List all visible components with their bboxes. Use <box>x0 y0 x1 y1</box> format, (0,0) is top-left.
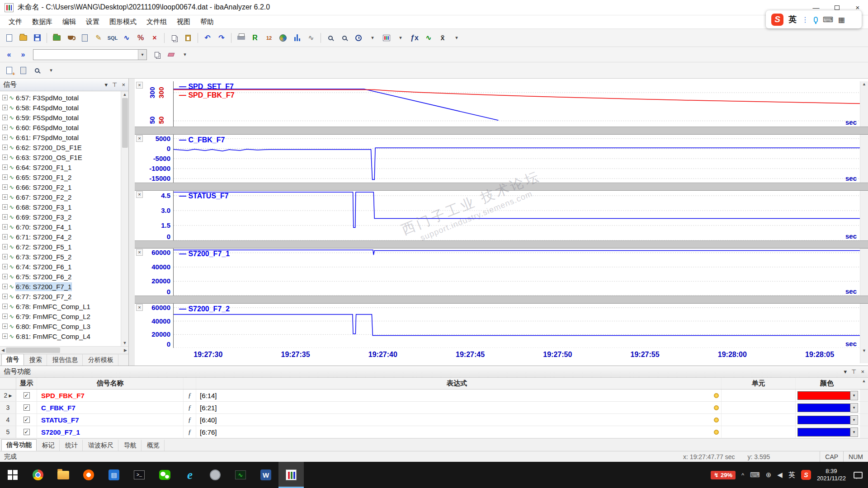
tree-item[interactable]: +∿6:59: F5SpdMo_total <box>2 113 128 122</box>
scroll-down-icon[interactable]: ▼ <box>123 341 127 345</box>
expression-cell[interactable]: [6:76] <box>196 426 722 438</box>
tree-item[interactable]: +∿6:57: F3SpdMo_total <box>2 93 128 103</box>
edit-signal-icon[interactable]: ✎ <box>92 32 105 44</box>
sql-query-icon[interactable]: SQL <box>106 32 119 44</box>
sogou-tray-icon[interactable]: S <box>801 470 811 480</box>
action-center-icon[interactable] <box>854 472 863 479</box>
taskbar-chrome-icon[interactable] <box>25 462 51 488</box>
scroll-right-icon[interactable]: ▶ <box>124 348 127 352</box>
panel-dropdown-icon[interactable]: ▾ <box>105 81 108 88</box>
tree-item[interactable]: +∿6:67: S7200_F2_2 <box>2 192 128 202</box>
panel-separator[interactable] <box>135 296 868 304</box>
erase-marker-icon[interactable] <box>164 48 178 61</box>
unit-cell[interactable] <box>722 389 796 401</box>
report-icon[interactable]: R <box>248 32 262 44</box>
signal-panel-tab[interactable]: 搜索 <box>24 354 47 366</box>
signal-wave-icon[interactable]: ∿ <box>120 32 133 44</box>
remove-signal-icon[interactable]: × <box>148 32 161 44</box>
unit-cell[interactable] <box>722 426 796 438</box>
expand-icon[interactable]: + <box>2 184 8 190</box>
new-view-icon[interactable]: + <box>2 64 16 77</box>
taskbar-app-gray-icon[interactable] <box>203 462 228 488</box>
expand-icon[interactable]: + <box>2 145 8 150</box>
fx-icon[interactable]: ƒ <box>184 402 196 413</box>
menu-item[interactable]: 文件 <box>4 16 27 28</box>
slider-wave-icon[interactable]: ∿ <box>304 32 318 44</box>
taskbar-terminal-icon[interactable]: >_ <box>127 462 152 488</box>
chart-scrollbar[interactable] <box>860 304 868 348</box>
panel-close-button[interactable]: × <box>136 135 143 142</box>
menu-item[interactable]: 编辑 <box>57 16 81 28</box>
pin-icon[interactable]: ⊤ <box>851 368 856 375</box>
taskbar-browser-orange-icon[interactable] <box>76 462 101 488</box>
taskbar-monitor-icon[interactable]: ∿ <box>228 462 253 488</box>
legend-item[interactable]: — SPD_SET_F7 <box>179 82 235 91</box>
color-swatch[interactable] <box>797 391 850 400</box>
pin-icon[interactable]: ⊤ <box>112 81 117 88</box>
zoom-out-icon[interactable] <box>324 32 337 44</box>
tree-item[interactable]: +∿6:64: S7200_F1_1 <box>2 162 128 172</box>
expand-icon[interactable]: + <box>2 244 8 249</box>
open-analysis-icon[interactable] <box>50 32 63 44</box>
panel-close-icon[interactable]: × <box>122 81 125 88</box>
ime-language-indicator[interactable]: 英 <box>788 14 797 25</box>
fx-icon[interactable]: ƒ <box>184 426 196 438</box>
fx-icon[interactable]: ƒ <box>184 389 196 401</box>
plot-speed[interactable]: — SPD_SET_F7— SPD_FBK_F7sec <box>173 81 860 127</box>
taskbar-ie-icon[interactable]: e <box>177 462 203 488</box>
open-file-icon[interactable] <box>16 32 30 44</box>
expand-icon[interactable]: + <box>2 314 8 319</box>
color-dropdown-icon[interactable]: ▾ <box>850 391 858 400</box>
expand-icon[interactable]: + <box>2 294 8 299</box>
expand-icon[interactable]: + <box>2 304 8 309</box>
table-scrollbar[interactable] <box>860 402 868 413</box>
table-scrollbar[interactable] <box>860 426 868 438</box>
scroll-thumb[interactable] <box>122 98 128 148</box>
legend-item[interactable]: — S7200_F7_1 <box>179 249 230 258</box>
function-panel-tab[interactable]: 概览 <box>142 440 165 451</box>
chart-scrollbar[interactable] <box>860 249 868 296</box>
network-icon[interactable]: ⊕ <box>766 471 772 479</box>
hint-bulb-icon[interactable] <box>714 393 719 398</box>
show-checkbox[interactable]: ✓ <box>24 417 30 423</box>
panel-close-button[interactable]: × <box>136 249 143 256</box>
taskbar-language-indicator[interactable]: 英 <box>788 471 795 479</box>
panel-separator[interactable] <box>135 183 868 191</box>
taskbar-iba-icon[interactable] <box>278 462 304 488</box>
append-datafile-icon[interactable] <box>64 32 77 44</box>
tree-item[interactable]: +∿6:70: S7200_F4_1 <box>2 222 128 232</box>
expand-icon[interactable]: + <box>2 105 8 110</box>
legend-item[interactable]: — SPD_FBK_F7 <box>179 91 235 99</box>
channel-bars-icon[interactable] <box>290 32 304 44</box>
nav-toolbar-overflow-icon[interactable]: ▾ <box>178 48 192 61</box>
function-panel-tab[interactable]: 导航 <box>119 440 142 451</box>
signal-panel-tab[interactable]: 报告信息 <box>47 354 83 366</box>
taskbar-explorer-icon[interactable] <box>51 462 76 488</box>
tree-item[interactable]: +∿6:79: FmMFC_Comp_L2 <box>2 311 128 321</box>
tree-item[interactable]: +∿6:75: S7200_F6_2 <box>2 272 128 282</box>
taskbar-wechat-icon[interactable] <box>152 462 177 488</box>
tree-item[interactable]: +∿6:78: FmMFC_Comp_L1 <box>2 301 128 311</box>
expand-icon[interactable]: + <box>2 155 8 160</box>
expand-icon[interactable]: + <box>2 284 8 289</box>
chart-scrollbar[interactable] <box>860 191 868 240</box>
paste-icon[interactable] <box>181 32 195 44</box>
tree-item[interactable]: +∿6:61: F7SpdMo_total <box>2 132 128 142</box>
chart-scrollbar[interactable]: ▼ <box>860 348 868 363</box>
scroll-up-icon[interactable]: ▲ <box>123 92 127 97</box>
expression-cell[interactable]: [6:14] <box>196 389 722 401</box>
tree-item[interactable]: +∿6:68: S7200_F3_1 <box>2 202 128 212</box>
html-export-icon[interactable] <box>276 32 290 44</box>
panel-close-button[interactable]: × <box>136 191 143 198</box>
speaker-icon[interactable]: ◀ <box>777 471 783 479</box>
show-checkbox[interactable]: ✓ <box>24 392 30 399</box>
expand-icon[interactable]: + <box>2 214 8 220</box>
tree-item[interactable]: +∿6:81: FmMFC_Comp_L4 <box>2 331 128 341</box>
fx-icon[interactable]: ƒ <box>184 414 196 426</box>
panel-close-button[interactable]: × <box>136 304 143 311</box>
plot-status[interactable]: — STATUS_F7sec <box>173 191 860 240</box>
taskbar-word-icon[interactable]: W <box>253 462 278 488</box>
ime-more-icon[interactable]: ⋮ <box>802 15 809 24</box>
chart-mode-dropdown-icon[interactable]: ▾ <box>394 32 407 44</box>
view-page-icon[interactable] <box>16 64 30 77</box>
